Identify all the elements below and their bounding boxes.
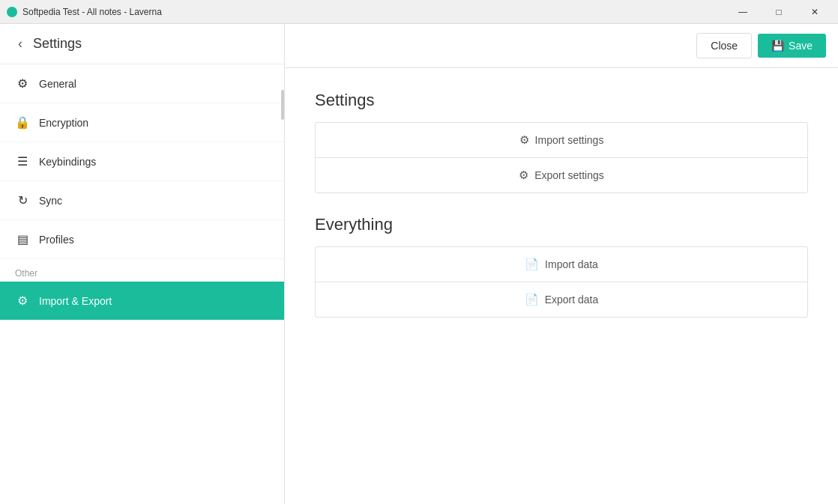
import-data-item[interactable]: 📄 Import data bbox=[315, 246, 808, 282]
close-button[interactable]: Close bbox=[696, 33, 752, 58]
everything-action-list: 📄 Import data 📄 Export data bbox=[315, 246, 808, 318]
sidebar-scrollbar-thumb bbox=[281, 90, 284, 120]
save-button[interactable]: 💾 Save bbox=[758, 34, 826, 58]
sidebar-nav: ⚙ General 🔒 Encryption ☰ Keybindings ↻ S… bbox=[0, 64, 284, 504]
main-scroll-area: Settings ⚙ Import settings ⚙ Export sett… bbox=[285, 68, 838, 504]
titlebar-left: Softpedia Test - All notes - Laverna bbox=[6, 6, 162, 18]
import-settings-item[interactable]: ⚙ Import settings bbox=[315, 122, 808, 158]
sidebar-item-general-label: General bbox=[39, 78, 76, 90]
export-settings-item[interactable]: ⚙ Export settings bbox=[315, 157, 808, 193]
sidebar-item-sync-label: Sync bbox=[39, 195, 62, 207]
main-content: Close 💾 Save Settings ⚙ Import settings … bbox=[285, 24, 838, 504]
sidebar-item-keybindings[interactable]: ☰ Keybindings bbox=[0, 142, 284, 181]
titlebar: Softpedia Test - All notes - Laverna — □… bbox=[0, 0, 838, 24]
sidebar-item-profiles-label: Profiles bbox=[39, 234, 74, 246]
sidebar-item-encryption[interactable]: 🔒 Encryption bbox=[0, 103, 284, 142]
general-icon: ⚙ bbox=[15, 76, 30, 91]
export-settings-label: Export settings bbox=[534, 169, 604, 181]
sidebar-title: Settings bbox=[33, 36, 82, 52]
sidebar: ‹ Settings ⚙ General 🔒 Encryption ☰ Keyb… bbox=[0, 24, 285, 504]
import-data-icon: 📄 bbox=[525, 258, 539, 271]
encryption-icon: 🔒 bbox=[15, 115, 30, 130]
svg-point-0 bbox=[7, 7, 17, 17]
save-icon: 💾 bbox=[771, 40, 784, 52]
import-data-label: Import data bbox=[545, 258, 598, 270]
maximize-button[interactable]: □ bbox=[762, 0, 796, 24]
sidebar-item-sync[interactable]: ↻ Sync bbox=[0, 181, 284, 220]
close-window-button[interactable]: ✕ bbox=[798, 0, 832, 24]
import-export-icon: ⚙ bbox=[15, 294, 30, 308]
export-settings-icon: ⚙ bbox=[519, 168, 528, 182]
keybindings-icon: ☰ bbox=[15, 154, 30, 168]
sidebar-item-general[interactable]: ⚙ General bbox=[0, 64, 284, 103]
export-data-icon: 📄 bbox=[525, 293, 539, 306]
app-icon bbox=[6, 6, 18, 18]
export-data-item[interactable]: 📄 Export data bbox=[315, 282, 808, 318]
sidebar-header: ‹ Settings bbox=[0, 24, 284, 64]
back-button[interactable]: ‹ bbox=[15, 36, 25, 52]
import-settings-label: Import settings bbox=[535, 134, 604, 146]
app-layout: ‹ Settings ⚙ General 🔒 Encryption ☰ Keyb… bbox=[0, 24, 838, 504]
profiles-icon: ▤ bbox=[15, 232, 30, 246]
sync-icon: ↻ bbox=[15, 193, 30, 207]
sidebar-item-import-export-label: Import & Export bbox=[39, 295, 112, 307]
window-controls: — □ ✕ bbox=[726, 0, 832, 24]
export-data-label: Export data bbox=[545, 294, 599, 306]
minimize-button[interactable]: — bbox=[726, 0, 760, 24]
sidebar-item-encryption-label: Encryption bbox=[39, 117, 88, 129]
settings-section-heading: Settings bbox=[315, 91, 808, 110]
other-section-label: Other bbox=[0, 259, 284, 282]
import-settings-icon: ⚙ bbox=[519, 133, 529, 147]
save-label: Save bbox=[789, 40, 813, 52]
sidebar-scrollbar bbox=[280, 24, 284, 504]
main-topbar: Close 💾 Save bbox=[285, 24, 838, 68]
sidebar-item-profiles[interactable]: ▤ Profiles bbox=[0, 220, 284, 259]
window-title: Softpedia Test - All notes - Laverna bbox=[22, 7, 162, 17]
everything-section-heading: Everything bbox=[315, 215, 808, 234]
settings-action-list: ⚙ Import settings ⚙ Export settings bbox=[315, 122, 808, 193]
sidebar-item-keybindings-label: Keybindings bbox=[39, 156, 96, 168]
sidebar-item-import-export[interactable]: ⚙ Import & Export bbox=[0, 282, 284, 321]
